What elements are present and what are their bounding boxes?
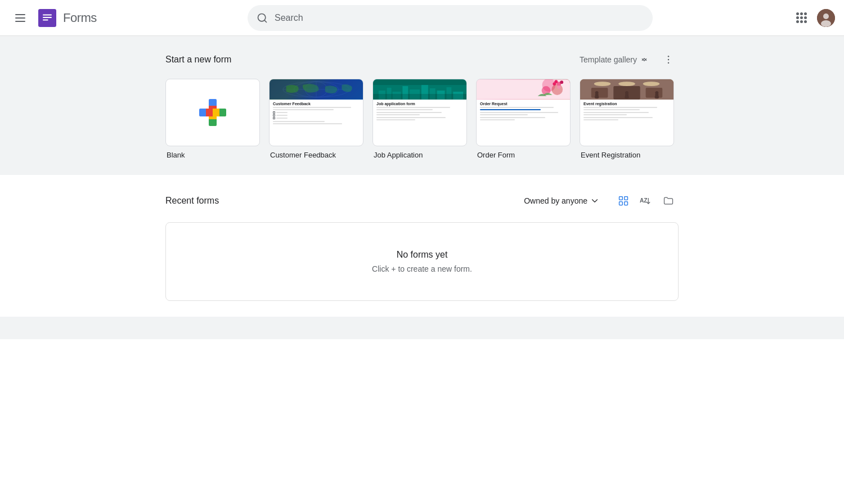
header-left: Forms: [9, 7, 122, 29]
svg-rect-45: [646, 88, 663, 98]
job-application-preview: Job application form: [372, 79, 467, 146]
search-bar[interactable]: [248, 5, 653, 31]
blank-template-label: Blank: [165, 151, 260, 159]
user-avatar-icon: [817, 9, 835, 27]
svg-rect-57: [619, 202, 623, 205]
folder-button[interactable]: [658, 191, 679, 211]
svg-point-6: [821, 20, 831, 27]
svg-rect-28: [373, 94, 466, 100]
plus-icon: [197, 97, 228, 128]
svg-rect-2: [43, 17, 52, 18]
recent-controls: Owned by anyone: [519, 191, 679, 211]
main-inner: Start a new form Template gallery: [152, 50, 692, 161]
svg-point-5: [823, 14, 829, 19]
job-application-label: Job Application: [372, 151, 467, 159]
customer-feedback-preview: Customer Feedback: [269, 79, 363, 146]
hamburger-icon: [15, 14, 25, 22]
event-registration-preview: Event registration: [580, 79, 674, 146]
template-card-blank[interactable]: Blank: [165, 79, 260, 159]
svg-rect-3: [43, 19, 48, 20]
svg-point-37: [553, 82, 556, 86]
grid-view-button[interactable]: [613, 191, 634, 211]
svg-point-36: [557, 86, 560, 89]
more-vertical-icon: [663, 54, 674, 65]
owned-by-label: Owned by anyone: [524, 196, 587, 205]
new-form-section-header: Start a new form Template gallery: [165, 50, 679, 70]
svg-point-8: [668, 59, 670, 61]
app-header: Forms: [0, 0, 844, 36]
view-icons: AZ: [613, 191, 679, 211]
empty-state-subtitle: Click + to create a new form.: [179, 264, 665, 273]
recent-forms-title: Recent forms: [165, 196, 219, 206]
google-apps-icon: [796, 12, 807, 23]
svg-point-48: [595, 91, 599, 94]
recent-forms-section: Recent forms Owned by anyone: [0, 175, 844, 317]
templates-grid: Blank: [165, 79, 679, 161]
svg-rect-1: [43, 14, 52, 15]
template-gallery-button[interactable]: Template gallery: [575, 51, 654, 68]
cf-form-title: Customer Feedback: [273, 102, 360, 106]
ja-form-title: Job application form: [376, 102, 463, 106]
folder-icon: [663, 195, 674, 206]
svg-point-9: [668, 62, 670, 64]
grid-view-icon: [618, 195, 629, 206]
hamburger-menu-button[interactable]: [9, 7, 32, 29]
empty-state: No forms yet Click + to create a new for…: [165, 222, 679, 301]
sort-az-button[interactable]: AZ: [636, 191, 656, 211]
sort-az-icon: AZ: [640, 195, 652, 206]
svg-point-54: [655, 91, 658, 94]
customer-feedback-label: Customer Feedback: [269, 151, 363, 159]
template-card-job-application[interactable]: Job application form Job Application: [372, 79, 467, 159]
svg-point-42: [643, 82, 660, 86]
svg-point-31: [551, 84, 563, 95]
owned-by-button[interactable]: Owned by anyone: [519, 192, 604, 209]
svg-point-41: [618, 82, 635, 86]
user-avatar[interactable]: [817, 9, 835, 27]
main-content: Start a new form Template gallery: [0, 36, 844, 339]
svg-rect-56: [625, 197, 628, 200]
svg-point-40: [594, 82, 611, 86]
svg-text:AZ: AZ: [640, 197, 648, 204]
order-form-preview: Order Request: [476, 79, 571, 146]
template-card-event-registration[interactable]: Event registration Event Registration: [580, 79, 674, 159]
svg-point-7: [668, 56, 670, 57]
expand-icon: [639, 55, 649, 65]
er-form-title: Event registration: [583, 102, 670, 106]
of-form-title: Order Request: [480, 102, 567, 106]
new-form-title: Start a new form: [165, 55, 231, 65]
of-header-image: [477, 79, 570, 100]
template-card-customer-feedback[interactable]: Customer Feedback: [269, 79, 363, 159]
order-form-label: Order Form: [476, 151, 571, 159]
section-actions: Template gallery: [575, 50, 679, 70]
google-apps-button[interactable]: [790, 7, 812, 29]
cf-header-image: [270, 79, 363, 100]
search-icon: [257, 12, 268, 24]
template-gallery-label: Template gallery: [580, 55, 637, 64]
header-right: [779, 7, 835, 29]
blank-template-preview: [165, 79, 260, 146]
svg-rect-50: [625, 94, 628, 98]
search-container: [248, 5, 653, 31]
more-options-button[interactable]: [658, 50, 679, 70]
search-input[interactable]: [275, 13, 644, 23]
er-header-image: [580, 79, 674, 100]
recent-section-inner: Recent forms Owned by anyone: [152, 175, 692, 317]
svg-rect-53: [655, 94, 658, 98]
empty-state-title: No forms yet: [179, 250, 665, 260]
chevron-down-icon: [590, 196, 600, 206]
forms-app-icon: [36, 7, 59, 29]
svg-rect-43: [591, 88, 608, 98]
svg-rect-47: [595, 94, 599, 98]
app-name-label: Forms: [63, 11, 97, 25]
svg-point-51: [625, 91, 628, 94]
ja-header-image: [373, 79, 466, 100]
svg-point-35: [560, 80, 563, 84]
template-card-order-form[interactable]: Order Request Order Form: [476, 79, 571, 159]
svg-rect-55: [619, 197, 623, 200]
forms-logo-icon: [38, 9, 56, 27]
svg-rect-58: [625, 202, 628, 205]
recent-header: Recent forms Owned by anyone: [165, 191, 679, 211]
event-registration-label: Event Registration: [580, 151, 674, 159]
